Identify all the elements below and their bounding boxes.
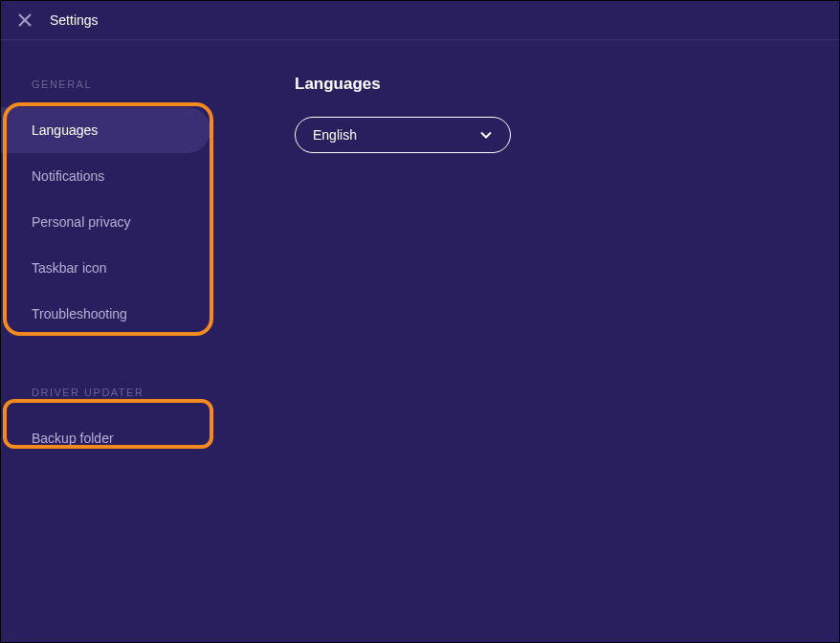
sidebar-item-label: Troubleshooting [32,306,127,322]
sidebar: GENERAL Languages Notifications Personal… [0,40,249,643]
chevron-down-icon [479,128,493,142]
sidebar-item-troubleshooting[interactable]: Troubleshooting [0,291,249,337]
sidebar-item-notifications[interactable]: Notifications [0,153,249,199]
page-title: Languages [295,75,840,94]
language-dropdown[interactable]: English [295,117,511,153]
content: GENERAL Languages Notifications Personal… [0,40,840,643]
sidebar-item-label: Backup folder [32,431,114,446]
main-panel: Languages English [249,40,840,643]
header: Settings [0,0,840,40]
sidebar-item-personal-privacy[interactable]: Personal privacy [0,199,249,245]
sidebar-item-languages[interactable]: Languages [0,107,210,153]
header-title: Settings [50,12,99,28]
section-header-driver-updater: DRIVER UPDATER [0,387,249,398]
dropdown-selected-value: English [313,127,357,143]
sidebar-item-backup-folder[interactable]: Backup folder [0,415,249,461]
sidebar-item-taskbar-icon[interactable]: Taskbar icon [0,245,249,291]
sidebar-item-label: Taskbar icon [32,260,107,276]
sidebar-item-label: Languages [32,122,98,138]
sidebar-item-label: Notifications [32,168,104,184]
sidebar-item-label: Personal privacy [32,214,131,230]
close-icon[interactable] [17,12,33,28]
section-header-general: GENERAL [0,78,249,90]
